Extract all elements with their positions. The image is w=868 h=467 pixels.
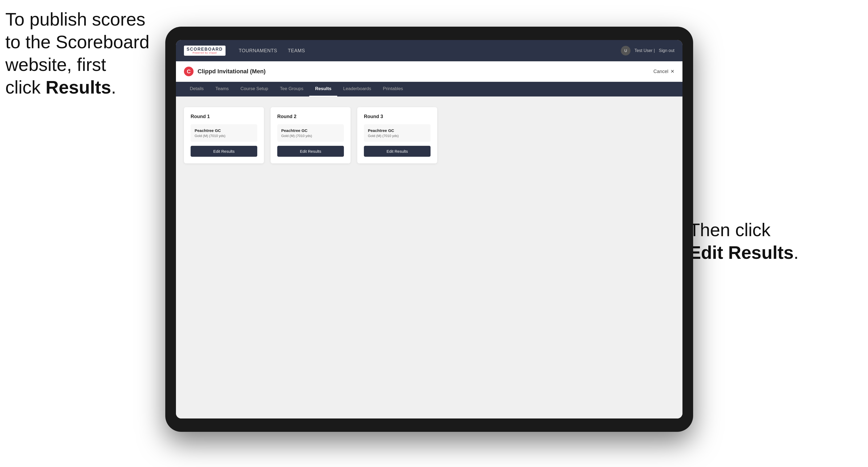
round-3-course-name: Peachtree GC — [368, 128, 427, 133]
round-1-card: Round 1 Peachtree GC Gold (M) (7010 yds)… — [184, 107, 264, 163]
tab-printables[interactable]: Printables — [377, 82, 409, 96]
tablet-frame: SCOREBOARD Powered by clippd TOURNAMENTS… — [165, 27, 693, 432]
instruction-line2: to the Scoreboard — [5, 32, 150, 52]
instruction-right-line1: Then click — [689, 220, 770, 240]
logo-title: SCOREBOARD — [187, 47, 223, 52]
cancel-label: Cancel — [653, 69, 668, 74]
round-1-edit-results-button[interactable]: Edit Results — [191, 146, 257, 157]
main-content: Round 1 Peachtree GC Gold (M) (7010 yds)… — [176, 96, 682, 418]
round-1-course-name: Peachtree GC — [195, 128, 253, 133]
instruction-left: To publish scores to the Scoreboard webs… — [5, 8, 160, 99]
nav-user-text: Test User | — [634, 48, 655, 53]
tab-tee-groups[interactable]: Tee Groups — [274, 82, 309, 96]
round-1-course-card: Peachtree GC Gold (M) (7010 yds) — [191, 124, 257, 142]
close-icon: ✕ — [671, 68, 675, 74]
round-2-edit-results-button[interactable]: Edit Results — [277, 146, 344, 157]
round-2-card: Round 2 Peachtree GC Gold (M) (7010 yds)… — [271, 107, 350, 163]
round-2-course-name: Peachtree GC — [281, 128, 340, 133]
instruction-right: Then click Edit Results. — [689, 219, 799, 264]
logo-sub: Powered by clippd — [193, 52, 217, 54]
rounds-row: Round 1 Peachtree GC Gold (M) (7010 yds)… — [184, 107, 675, 163]
nav-signout[interactable]: Sign out — [659, 48, 675, 53]
nav-link-tournaments[interactable]: TOURNAMENTS — [239, 48, 277, 54]
navbar: SCOREBOARD Powered by clippd TOURNAMENTS… — [176, 40, 682, 61]
cancel-button[interactable]: Cancel ✕ — [653, 68, 675, 74]
c-icon: C — [184, 67, 193, 76]
round-1-title: Round 1 — [191, 114, 257, 119]
instruction-right-line2-post: . — [794, 242, 799, 262]
logo-box: SCOREBOARD Powered by clippd — [184, 45, 225, 56]
round-2-title: Round 2 — [277, 114, 344, 119]
tab-results[interactable]: Results — [309, 82, 337, 96]
round-3-title: Round 3 — [364, 114, 431, 119]
instruction-right-line2-bold: Edit Results — [689, 242, 794, 262]
instruction-line3: website, first — [5, 54, 106, 75]
nav-links: TOURNAMENTS TEAMS — [239, 48, 621, 54]
tablet-screen: SCOREBOARD Powered by clippd TOURNAMENTS… — [176, 40, 682, 418]
round-3-course-card: Peachtree GC Gold (M) (7010 yds) — [364, 124, 431, 142]
tournament-title-row: C Clippd Invitational (Men) — [184, 67, 266, 76]
tab-details[interactable]: Details — [184, 82, 210, 96]
nav-link-teams[interactable]: TEAMS — [288, 48, 305, 54]
round-2-course-card: Peachtree GC Gold (M) (7010 yds) — [277, 124, 344, 142]
tab-course-setup[interactable]: Course Setup — [235, 82, 274, 96]
nav-right: U Test User | Sign out — [621, 46, 675, 56]
round-3-card: Round 3 Peachtree GC Gold (M) (7010 yds)… — [357, 107, 437, 163]
round-1-course-detail: Gold (M) (7010 yds) — [195, 134, 253, 138]
instruction-line4: click Results. — [5, 77, 116, 97]
tournament-name: Clippd Invitational (Men) — [197, 68, 266, 75]
instruction-line1: To publish scores — [5, 9, 145, 29]
tab-teams[interactable]: Teams — [210, 82, 235, 96]
tab-leaderboards[interactable]: Leaderboards — [337, 82, 377, 96]
logo-area: SCOREBOARD Powered by clippd — [184, 45, 225, 56]
round-2-course-detail: Gold (M) (7010 yds) — [281, 134, 340, 138]
round-3-course-detail: Gold (M) (7010 yds) — [368, 134, 427, 138]
user-avatar: U — [621, 46, 630, 56]
tournament-header: C Clippd Invitational (Men) Cancel ✕ — [176, 61, 682, 82]
sub-tabs: Details Teams Course Setup Tee Groups Re… — [176, 82, 682, 96]
round-3-edit-results-button[interactable]: Edit Results — [364, 146, 431, 157]
